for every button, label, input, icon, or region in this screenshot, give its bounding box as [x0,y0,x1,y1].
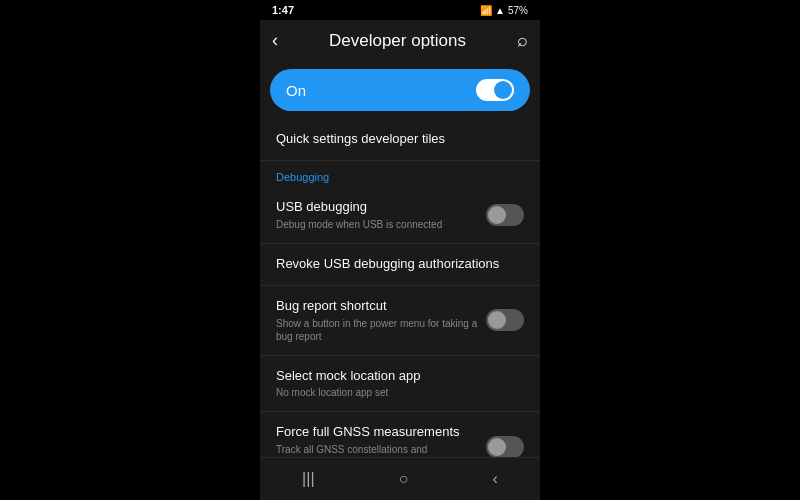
list-item[interactable]: Quick settings developer tiles [260,119,540,161]
setting-text: Select mock location app No mock locatio… [276,368,524,400]
setting-text: USB debugging Debug mode when USB is con… [276,199,486,231]
search-icon[interactable]: ⌕ [517,30,528,51]
nav-back-button[interactable]: ‹ [477,466,514,492]
setting-subtitle: Show a button in the power menu for taki… [276,317,478,343]
setting-title: USB debugging [276,199,478,216]
setting-title: Revoke USB debugging authorizations [276,256,516,273]
app-header: ‹ Developer options ⌕ [260,20,540,61]
list-item[interactable]: Revoke USB debugging authorizations [260,244,540,286]
toggle-thumb [488,438,506,456]
bug-report-toggle[interactable] [486,309,524,331]
nav-menu-button[interactable]: ||| [286,466,330,492]
battery-text: 57% [508,5,528,16]
status-time: 1:47 [272,4,294,16]
setting-subtitle: No mock location app set [276,386,516,399]
toggle-thumb [488,206,506,224]
page-title: Developer options [329,31,466,51]
signal-icon: ▲ [495,5,505,16]
nav-home-button[interactable]: ○ [383,466,425,492]
setting-text: Force full GNSS measurements Track all G… [276,424,486,457]
list-item[interactable]: Force full GNSS measurements Track all G… [260,412,540,457]
section-label-debugging: Debugging [260,161,540,187]
toggle-thumb [488,311,506,329]
settings-scroll-area[interactable]: Quick settings developer tiles Debugging… [260,119,540,457]
master-toggle-thumb [494,81,512,99]
usb-debugging-toggle[interactable] [486,204,524,226]
master-toggle-bar[interactable]: On [270,69,530,111]
setting-subtitle: Track all GNSS constellations and freque… [276,443,478,457]
master-toggle-label: On [286,82,306,99]
setting-title: Force full GNSS measurements [276,424,478,441]
status-bar: 1:47 📶 ▲ 57% [260,0,540,20]
setting-title: Quick settings developer tiles [276,131,516,148]
list-item[interactable]: Select mock location app No mock locatio… [260,356,540,413]
setting-text: Quick settings developer tiles [276,131,524,148]
master-toggle-switch[interactable] [476,79,514,101]
setting-text: Bug report shortcut Show a button in the… [276,298,486,343]
gnss-toggle[interactable] [486,436,524,457]
list-item[interactable]: USB debugging Debug mode when USB is con… [260,187,540,244]
setting-title: Bug report shortcut [276,298,478,315]
wifi-icon: 📶 [480,5,492,16]
list-item[interactable]: Bug report shortcut Show a button in the… [260,286,540,356]
back-button[interactable]: ‹ [272,30,278,51]
setting-title: Select mock location app [276,368,516,385]
nav-bar: ||| ○ ‹ [260,457,540,500]
status-icons: 📶 ▲ 57% [480,5,528,16]
phone-container: 1:47 📶 ▲ 57% ‹ Developer options ⌕ On Qu… [260,0,540,500]
setting-text: Revoke USB debugging authorizations [276,256,524,273]
setting-subtitle: Debug mode when USB is connected [276,218,478,231]
